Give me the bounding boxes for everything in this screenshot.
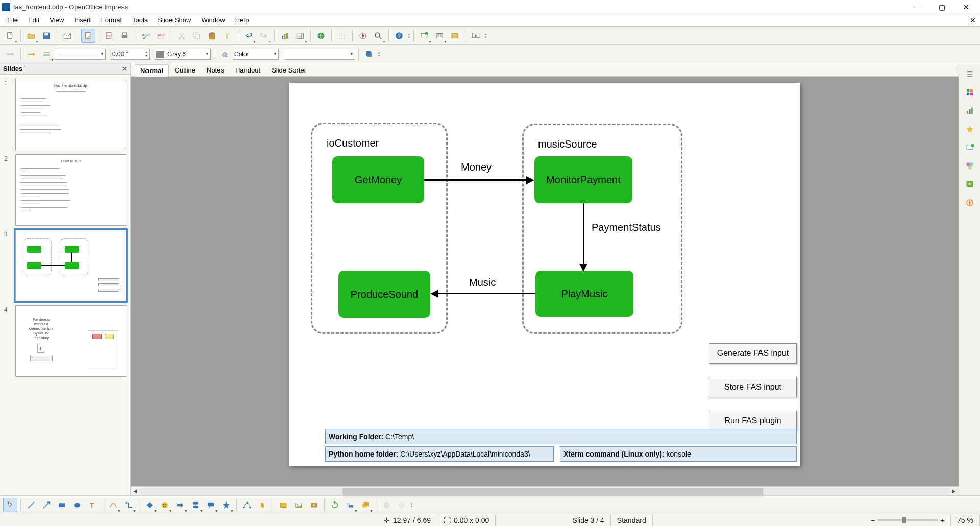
hyperlink-button[interactable]: [314, 29, 328, 43]
table-button[interactable]: ▼: [293, 29, 307, 43]
stars-tool[interactable]: ▼: [219, 498, 233, 512]
slide-thumb[interactable]: 4 For demos without a connection to a Sy…: [4, 305, 126, 377]
line-width-input[interactable]: 0.00 " ▲▼: [111, 49, 150, 60]
send-mail-button[interactable]: [60, 29, 75, 43]
maximize-button[interactable]: ▢: [930, 1, 953, 14]
scroll-thumb[interactable]: [342, 488, 764, 495]
task-styles-icon[interactable]: [962, 158, 977, 174]
minimize-button[interactable]: —: [905, 1, 929, 14]
help-button[interactable]: ?: [392, 29, 406, 43]
xterm-field[interactable]: Xterm command (Linux only): konsole: [560, 446, 797, 462]
select-tool[interactable]: [3, 498, 17, 512]
redo-button[interactable]: ▼: [257, 29, 271, 43]
horizontal-scrollbar[interactable]: ◀ ▶: [131, 486, 959, 495]
arrow-paymentstatus[interactable]: [583, 203, 584, 266]
document-close-icon[interactable]: ✕: [968, 16, 978, 25]
menu-view[interactable]: View: [44, 15, 69, 25]
menu-file[interactable]: File: [2, 15, 23, 25]
arrow-style-button[interactable]: [3, 47, 17, 61]
close-button[interactable]: ✕: [954, 1, 978, 14]
slide-design-button[interactable]: [448, 29, 462, 43]
rotate-tool[interactable]: [328, 498, 342, 512]
task-animation-icon[interactable]: [962, 122, 977, 137]
toolbar-grip[interactable]: [484, 29, 487, 43]
align-tool[interactable]: ▼: [343, 498, 357, 512]
save-button[interactable]: [39, 29, 54, 43]
run-fas-button[interactable]: Run FAS plugin: [709, 411, 797, 431]
generate-fas-button[interactable]: Generate FAS input: [709, 343, 797, 364]
canvas-area[interactable]: ioCustomer musicSource GetMoney MonitorP…: [131, 77, 959, 486]
arrow-money[interactable]: [424, 179, 528, 181]
interaction-tool[interactable]: [395, 498, 409, 512]
fill-color-select[interactable]: ▼: [284, 49, 355, 60]
print-button[interactable]: [117, 29, 132, 43]
navigator-button[interactable]: [356, 29, 370, 43]
node-producesound[interactable]: ProduceSound: [338, 271, 430, 318]
new-button[interactable]: ▼: [3, 29, 17, 43]
scroll-track[interactable]: [140, 488, 949, 495]
cut-button[interactable]: [175, 29, 189, 43]
zoom-button[interactable]: ▼: [371, 29, 385, 43]
slide-thumb[interactable]: 1 fas_frontend.odp ━━━━━━━━━━━━━━━━━━━ •…: [4, 79, 126, 150]
basic-shapes-tool[interactable]: ▼: [142, 498, 157, 512]
line-style-select[interactable]: ▼: [55, 49, 106, 60]
menu-insert[interactable]: Insert: [69, 15, 96, 25]
block-arrows-tool[interactable]: ▼: [173, 498, 187, 512]
open-button[interactable]: ▼: [24, 29, 38, 43]
toolbar-grip[interactable]: [410, 498, 413, 512]
spellcheck-button[interactable]: ABC: [138, 29, 153, 43]
menu-format[interactable]: Format: [96, 15, 127, 25]
scroll-left-icon[interactable]: ◀: [131, 487, 140, 496]
task-master-icon[interactable]: [962, 103, 977, 118]
gluepoints-tool[interactable]: [255, 498, 270, 512]
rectangle-tool[interactable]: [55, 498, 69, 512]
symbol-shapes-tool[interactable]: ▼: [158, 498, 172, 512]
menu-help[interactable]: Help: [230, 15, 254, 25]
menu-slideshow[interactable]: Slide Show: [153, 15, 196, 25]
slide-layout-button[interactable]: ▼: [432, 29, 447, 43]
format-paintbrush-button[interactable]: [220, 29, 235, 43]
media-tool[interactable]: [307, 498, 321, 512]
task-properties-icon[interactable]: [962, 66, 977, 82]
tab-normal[interactable]: Normal: [135, 64, 169, 77]
extrusion-tool[interactable]: [379, 498, 394, 512]
arrow-music[interactable]: [437, 293, 535, 294]
edit-file-button[interactable]: [81, 29, 95, 43]
export-pdf-button[interactable]: PDF: [102, 29, 116, 43]
play-slideshow-button[interactable]: [469, 29, 483, 43]
toolbar-grip[interactable]: [377, 47, 380, 61]
shadow-button[interactable]: [362, 47, 376, 61]
fontwork-tool[interactable]: [276, 498, 290, 512]
store-fas-button[interactable]: Store FAS input: [709, 377, 797, 397]
connector-tool[interactable]: ▼: [121, 498, 136, 512]
arrange-tool[interactable]: ▼: [358, 498, 373, 512]
insert-slide-button[interactable]: +▼: [417, 29, 431, 43]
slide-thumb[interactable]: 2 How to run • ━━━━━━━━━━━━━━━━━━━━━━━━━…: [4, 154, 126, 226]
zoom-slider[interactable]: − +: [865, 514, 951, 526]
menu-edit[interactable]: Edit: [23, 15, 44, 25]
line-color-select[interactable]: Gray 6 ▼: [155, 49, 211, 60]
curve-tool[interactable]: ▼: [106, 498, 120, 512]
slide-thumb[interactable]: 3: [4, 230, 126, 301]
fill-type-select[interactable]: Color▼: [233, 49, 279, 60]
points-tool[interactable]: [240, 498, 254, 512]
chart-button[interactable]: [278, 29, 292, 43]
from-file-tool[interactable]: [291, 498, 306, 512]
node-monitorpayment[interactable]: MonitorPayment: [534, 156, 632, 203]
undo-button[interactable]: ▼: [241, 29, 256, 43]
text-tool[interactable]: T: [85, 498, 100, 512]
tab-slidesorter[interactable]: Slide Sorter: [266, 64, 312, 76]
line-tool[interactable]: [24, 498, 38, 512]
paste-button[interactable]: [205, 29, 219, 43]
menu-window[interactable]: Window: [196, 15, 230, 25]
arrow-tool[interactable]: [39, 498, 54, 512]
task-gallery-icon[interactable]: [962, 85, 977, 100]
slide-canvas[interactable]: ioCustomer musicSource GetMoney MonitorP…: [289, 83, 800, 466]
task-navigator-icon[interactable]: [962, 177, 977, 192]
task-layout-icon[interactable]: [962, 140, 977, 155]
line-style-button[interactable]: ▼: [39, 47, 54, 61]
grid-button[interactable]: [335, 29, 349, 43]
working-folder-field[interactable]: Working Folder: C:\Temp\: [325, 429, 797, 444]
tab-notes[interactable]: Notes: [201, 64, 230, 76]
task-transition-icon[interactable]: [962, 195, 977, 210]
